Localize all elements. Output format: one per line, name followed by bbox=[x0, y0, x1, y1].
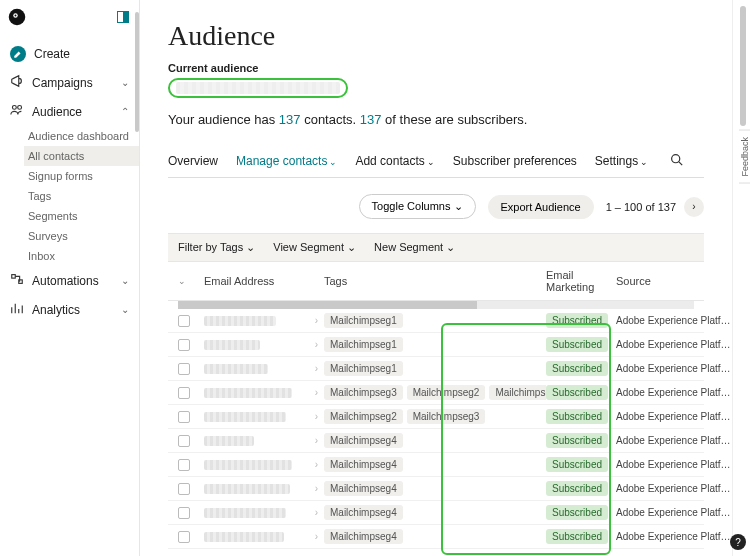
help-button[interactable]: ? bbox=[730, 534, 746, 550]
row-source: Adobe Experience Platform bbox=[616, 315, 732, 326]
sidebar-scrollbar[interactable] bbox=[135, 12, 139, 132]
automation-icon bbox=[10, 272, 24, 289]
chevron-right-icon: › bbox=[315, 363, 324, 374]
sidebar-subitem[interactable]: Signup forms bbox=[28, 166, 139, 186]
table-row[interactable]: ›Mailchimpseg1SubscribedAdobe Experience… bbox=[168, 309, 704, 333]
tab-settings[interactable]: Settings⌄ bbox=[595, 154, 648, 168]
tag-chip[interactable]: Mailchimpseg4 bbox=[324, 481, 403, 496]
new-segment[interactable]: New Segment ⌄ bbox=[374, 241, 455, 254]
tab-subscriber-preferences[interactable]: Subscriber preferences bbox=[453, 154, 577, 168]
table-row[interactable]: ›Mailchimpseg4SubscribedAdobe Experience… bbox=[168, 453, 704, 477]
pager-range: 1 – 100 of 137 bbox=[606, 201, 676, 213]
status-badge: Subscribed bbox=[546, 505, 608, 520]
select-all-chevron[interactable]: ⌄ bbox=[178, 276, 204, 286]
pager-next-button[interactable]: › bbox=[684, 197, 704, 217]
tag-chip[interactable]: Mailchimpseg3 bbox=[407, 409, 486, 424]
row-checkbox[interactable] bbox=[178, 531, 190, 543]
table-row[interactable]: ›Mailchimpseg4SubscribedAdobe Experience… bbox=[168, 429, 704, 453]
nav-campaigns[interactable]: Campaigns ⌄ bbox=[0, 68, 139, 97]
horizontal-scrollbar[interactable] bbox=[178, 301, 694, 309]
col-email[interactable]: Email Address bbox=[204, 275, 324, 287]
email-redacted bbox=[204, 340, 260, 350]
feedback-tab[interactable]: Feedback bbox=[739, 130, 750, 184]
tag-chip[interactable]: Mailchimpseg3 bbox=[324, 385, 403, 400]
row-checkbox[interactable] bbox=[178, 459, 190, 471]
status-badge: Subscribed bbox=[546, 433, 608, 448]
email-redacted bbox=[204, 484, 290, 494]
chevron-down-icon: ⌄ bbox=[427, 157, 435, 167]
table-row[interactable]: ›Mailchimpseg4SubscribedAdobe Experience… bbox=[168, 501, 704, 525]
row-checkbox[interactable] bbox=[178, 363, 190, 375]
table-row[interactable]: ›Mailchimpseg4SubscribedAdobe Experience… bbox=[168, 525, 704, 549]
tag-chip[interactable]: Mailchimpseg1 bbox=[324, 313, 403, 328]
audience-selector[interactable] bbox=[168, 78, 348, 98]
table-row[interactable]: ›Mailchimpseg1SubscribedAdobe Experience… bbox=[168, 333, 704, 357]
table-row[interactable]: ›Mailchimpseg1SubscribedAdobe Experience… bbox=[168, 357, 704, 381]
create-pencil-icon bbox=[10, 46, 26, 62]
row-tags: Mailchimpseg4 bbox=[324, 433, 546, 448]
col-tags[interactable]: Tags bbox=[324, 275, 546, 287]
tag-chip[interactable]: Mailchimpseg1 bbox=[324, 361, 403, 376]
vertical-scrollbar[interactable] bbox=[740, 6, 746, 126]
chevron-up-icon: ⌃ bbox=[121, 106, 129, 117]
tab-add-contacts[interactable]: Add contacts⌄ bbox=[355, 154, 434, 168]
sidebar-collapse-icon[interactable] bbox=[117, 11, 129, 23]
right-rail: Feedback ? bbox=[732, 0, 750, 556]
tab-overview[interactable]: Overview bbox=[168, 154, 218, 168]
sidebar-subitem[interactable]: Tags bbox=[28, 186, 139, 206]
row-checkbox[interactable] bbox=[178, 483, 190, 495]
tag-chip[interactable]: Mailchimpseg4 bbox=[324, 433, 403, 448]
nav-automations[interactable]: Automations ⌄ bbox=[0, 266, 139, 295]
tag-chip[interactable]: Mailchimpseg1 bbox=[489, 385, 546, 400]
email-redacted bbox=[204, 532, 284, 542]
sidebar-subitem[interactable]: Segments bbox=[28, 206, 139, 226]
sidebar-subitem[interactable]: All contacts bbox=[24, 146, 139, 166]
row-source: Adobe Experience Platform bbox=[616, 507, 732, 518]
row-checkbox[interactable] bbox=[178, 411, 190, 423]
row-checkbox[interactable] bbox=[178, 507, 190, 519]
row-tags: Mailchimpseg4 bbox=[324, 481, 546, 496]
search-icon[interactable] bbox=[670, 153, 683, 169]
table-row[interactable]: ›Mailchimpseg3Mailchimpseg2Mailchimpseg1… bbox=[168, 381, 704, 405]
row-checkbox[interactable] bbox=[178, 387, 190, 399]
nav-label: Analytics bbox=[32, 303, 80, 317]
col-marketing[interactable]: Email Marketing bbox=[546, 269, 616, 293]
sidebar-subitem[interactable]: Surveys bbox=[28, 226, 139, 246]
chevron-down-icon: ⌄ bbox=[329, 157, 337, 167]
row-checkbox[interactable] bbox=[178, 339, 190, 351]
chevron-right-icon: › bbox=[315, 459, 324, 470]
tag-chip[interactable]: Mailchimpseg2 bbox=[407, 385, 486, 400]
view-segment[interactable]: View Segment ⌄ bbox=[273, 241, 356, 254]
status-badge: Subscribed bbox=[546, 457, 608, 472]
sidebar-subitem[interactable]: Inbox bbox=[28, 246, 139, 266]
toggle-columns-button[interactable]: Toggle Columns ⌄ bbox=[359, 194, 476, 219]
tag-chip[interactable]: Mailchimpseg4 bbox=[324, 505, 403, 520]
nav-audience[interactable]: Audience ⌃ bbox=[0, 97, 139, 126]
mailchimp-logo-icon[interactable] bbox=[8, 8, 26, 26]
row-checkbox[interactable] bbox=[178, 435, 190, 447]
table-row[interactable]: ›Mailchimpseg2Mailchimpseg3SubscribedAdo… bbox=[168, 405, 704, 429]
nav-analytics[interactable]: Analytics ⌄ bbox=[0, 295, 139, 324]
tag-chip[interactable]: Mailchimpseg4 bbox=[324, 457, 403, 472]
export-audience-button[interactable]: Export Audience bbox=[488, 195, 594, 219]
tab-manage-contacts[interactable]: Manage contacts⌄ bbox=[236, 154, 337, 168]
status-badge: Subscribed bbox=[546, 385, 608, 400]
email-redacted bbox=[204, 388, 292, 398]
sidebar-subitem[interactable]: Audience dashboard bbox=[28, 126, 139, 146]
chevron-down-icon: ⌄ bbox=[121, 275, 129, 286]
chevron-down-icon: ⌄ bbox=[454, 200, 463, 212]
svg-rect-5 bbox=[12, 275, 16, 279]
people-icon bbox=[10, 103, 24, 120]
filter-by-tags[interactable]: Filter by Tags ⌄ bbox=[178, 241, 255, 254]
contacts-table: Filter by Tags ⌄ View Segment ⌄ New Segm… bbox=[168, 233, 704, 549]
row-checkbox[interactable] bbox=[178, 315, 190, 327]
table-row[interactable]: ›Mailchimpseg4SubscribedAdobe Experience… bbox=[168, 477, 704, 501]
tag-chip[interactable]: Mailchimpseg1 bbox=[324, 337, 403, 352]
status-badge: Subscribed bbox=[546, 313, 608, 328]
tag-chip[interactable]: Mailchimpseg2 bbox=[324, 409, 403, 424]
svg-point-2 bbox=[15, 15, 17, 17]
tag-chip[interactable]: Mailchimpseg4 bbox=[324, 529, 403, 544]
row-source: Adobe Experience Platform bbox=[616, 339, 732, 350]
create-button[interactable]: Create bbox=[0, 40, 139, 68]
col-source[interactable]: Source bbox=[616, 275, 732, 287]
